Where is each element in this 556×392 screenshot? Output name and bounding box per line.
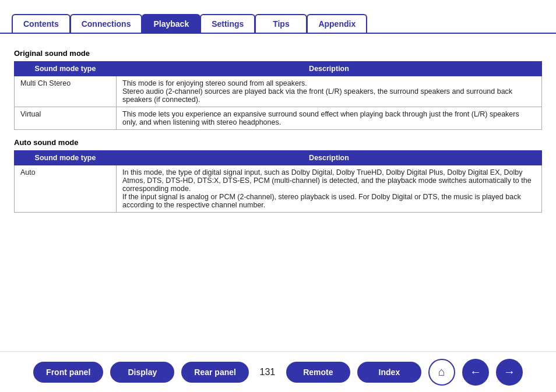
table-row: Auto In this mode, the type of digital s… — [15, 165, 542, 213]
tab-settings[interactable]: Settings — [200, 14, 255, 33]
auto-col-desc: Description — [117, 151, 542, 165]
tab-contents[interactable]: Contents — [12, 14, 71, 33]
original-sound-mode-title: Original sound mode — [14, 49, 542, 58]
auto-col-type: Sound mode type — [15, 151, 117, 165]
nav-tabs: Contents Connections Playback Settings T… — [0, 0, 556, 34]
auto-row1-type: Auto — [15, 165, 117, 213]
original-row1-desc: This mode is for enjoying stereo sound f… — [117, 76, 542, 107]
original-row2-type: Virtual — [15, 107, 117, 130]
original-col-desc: Description — [117, 62, 542, 76]
tab-connections[interactable]: Connections — [70, 14, 143, 33]
main-content: Original sound mode Sound mode type Desc… — [0, 34, 556, 227]
remote-button[interactable]: Remote — [286, 362, 350, 383]
table-row: Virtual This mode lets you experience an… — [15, 107, 542, 130]
original-row2-desc: This mode lets you experience an expansi… — [117, 107, 542, 130]
tab-appendix[interactable]: Appendix — [307, 14, 367, 33]
back-button[interactable]: ← — [462, 359, 489, 386]
index-button[interactable]: Index — [357, 362, 421, 383]
home-button[interactable]: ⌂ — [428, 359, 455, 386]
original-row1-type: Multi Ch Stereo — [15, 76, 117, 107]
original-sound-mode-table: Sound mode type Description Multi Ch Ste… — [14, 61, 542, 130]
forward-button[interactable]: → — [496, 359, 523, 386]
home-icon: ⌂ — [438, 365, 445, 379]
front-panel-button[interactable]: Front panel — [33, 362, 103, 383]
display-button[interactable]: Display — [110, 362, 174, 383]
back-icon: ← — [470, 365, 481, 379]
forward-icon: → — [504, 365, 515, 379]
auto-sound-mode-table: Sound mode type Description Auto In this… — [14, 150, 542, 213]
bottom-bar: Front panel Display Rear panel 131 Remot… — [0, 351, 556, 392]
auto-row1-desc: In this mode, the type of digital signal… — [117, 165, 542, 213]
tab-playback[interactable]: Playback — [142, 14, 200, 33]
table-row: Multi Ch Stereo This mode is for enjoyin… — [15, 76, 542, 107]
tab-tips[interactable]: Tips — [255, 14, 307, 33]
auto-sound-mode-title: Auto sound mode — [14, 138, 542, 147]
page-number: 131 — [256, 367, 279, 377]
original-col-type: Sound mode type — [15, 62, 117, 76]
rear-panel-button[interactable]: Rear panel — [181, 362, 249, 383]
